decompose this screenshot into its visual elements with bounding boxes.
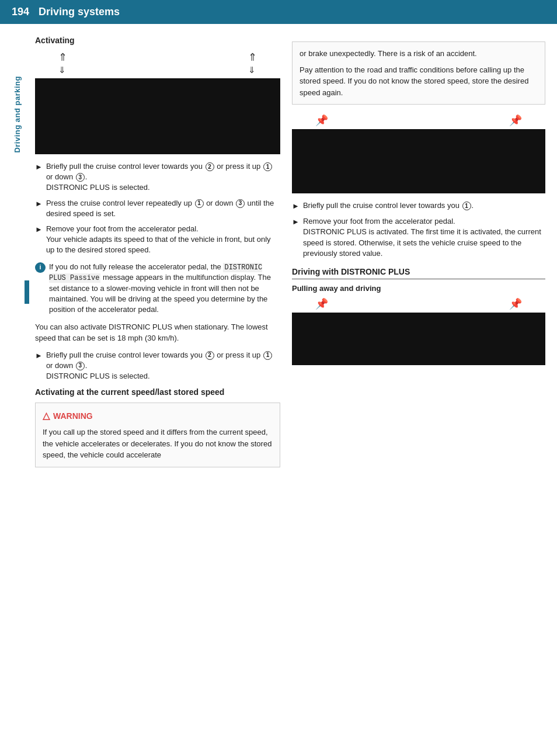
- arrow-icon-right-2: 📌: [509, 114, 522, 127]
- warning-text-left: If you call up the stored speed and it d…: [43, 426, 273, 461]
- page-number: 194: [12, 6, 29, 18]
- arrow-up-right-icon: ⇑⇓: [248, 51, 257, 76]
- bullet-arrow-3: ►: [35, 224, 43, 235]
- activating-bullets: ► Briefly pull the cruise control lever …: [35, 161, 280, 256]
- arrow-up-left-icon: ⇑⇓: [58, 51, 67, 76]
- num-circle-2: 2: [206, 162, 214, 171]
- warning-continued-1: or brake unexpectedly. There is a risk o…: [300, 48, 538, 60]
- bullet-text-3: Remove your foot from the accelerator pe…: [46, 224, 280, 256]
- warning-box-left: △ WARNING If you call up the stored spee…: [35, 403, 280, 467]
- pulling-away-heading: Pulling away and driving: [292, 284, 545, 293]
- bullet-item-3: ► Remove your foot from the accelerator …: [35, 224, 280, 256]
- warning-box-right: or brake unexpectedly. There is a risk o…: [292, 41, 545, 105]
- bullet-arrow-r1: ►: [292, 201, 300, 211]
- body-para-stationary: You can also activate DISTRONIC PLUS whe…: [35, 321, 280, 344]
- activating-bullets-2: ► Briefly pull the cruise control lever …: [35, 350, 280, 382]
- left-column: Activating ⇑⇓ ⇑⇓ ► Briefly pull the crui…: [35, 36, 280, 473]
- arrow-icon-pulling-2: 📌: [509, 297, 522, 310]
- activating-speed-image: [292, 129, 545, 193]
- num-circle-3c: 3: [76, 362, 85, 370]
- bullet-item-2: ► Press the cruise control lever repeate…: [35, 198, 280, 219]
- info-box: i If you do not fully release the accele…: [35, 262, 280, 315]
- bullet-text-1: Briefly pull the cruise control lever to…: [46, 161, 280, 193]
- warning-continued-2: Pay attention to the road and traffic co…: [300, 64, 538, 99]
- right-bullet-text-2: Remove your foot from the accelerator pe…: [303, 216, 545, 259]
- header-title: Driving systems: [39, 6, 120, 18]
- driving-distronic-heading: Driving with DISTRONIC PLUS: [292, 267, 545, 279]
- content-area: Activating ⇑⇓ ⇑⇓ ► Briefly pull the crui…: [0, 24, 557, 485]
- blue-highlight-bar: [25, 280, 29, 304]
- bullet-item-1: ► Briefly pull the cruise control lever …: [35, 161, 280, 193]
- num-circle-r1: 1: [462, 202, 471, 210]
- activating-image: [35, 78, 280, 154]
- bullet-text-2: Press the cruise control lever repeatedl…: [46, 198, 280, 219]
- right-bullet-1: ► Briefly pull the cruise control lever …: [292, 200, 545, 211]
- bullet-item-4: ► Briefly pull the cruise control lever …: [35, 350, 280, 382]
- num-circle-3b: 3: [236, 199, 245, 208]
- header-bar: 194 Driving systems: [0, 0, 557, 24]
- right-bullets: ► Briefly pull the cruise control lever …: [292, 200, 545, 259]
- warning-header: △ WARNING: [43, 409, 273, 423]
- warning-triangle-icon: △: [43, 409, 50, 423]
- bullet-arrow-4: ►: [35, 351, 43, 361]
- bullet-arrow-r2: ►: [292, 217, 300, 227]
- right-bullet-2: ► Remove your foot from the accelerator …: [292, 216, 545, 259]
- bullet-text-4: Briefly pull the cruise control lever to…: [46, 350, 280, 382]
- bullet-arrow-1: ►: [35, 162, 43, 172]
- info-icon: i: [35, 262, 46, 273]
- arrow-row-right: 📌 📌: [292, 114, 545, 127]
- arrow-icon-pulling-1: 📌: [315, 297, 328, 310]
- arrow-row-top: ⇑⇓ ⇑⇓: [35, 51, 280, 76]
- arrow-icon-right-1: 📌: [315, 114, 328, 127]
- num-circle-1b: 1: [195, 199, 204, 208]
- activating-heading: Activating: [35, 36, 280, 45]
- num-circle-2b: 2: [206, 351, 214, 360]
- num-circle-3a: 3: [76, 173, 85, 182]
- info-text: If you do not fully release the accelera…: [49, 262, 280, 315]
- num-circle-1c: 1: [263, 351, 272, 360]
- right-column: or brake unexpectedly. There is a risk o…: [292, 36, 545, 473]
- warning-label: WARNING: [53, 410, 93, 422]
- bullet-arrow-2: ►: [35, 199, 43, 209]
- page-wrapper: 194 Driving systems Driving and parking …: [0, 0, 557, 756]
- sidebar-label: Driving and parking: [13, 76, 22, 153]
- right-bullet-text-1: Briefly pull the cruise control lever to…: [303, 200, 474, 211]
- activating-speed-heading: Activating at the current speed/last sto…: [35, 387, 280, 397]
- arrow-row-pulling: 📌 📌: [292, 297, 545, 310]
- pulling-away-image: [292, 313, 545, 365]
- num-circle-1a: 1: [263, 162, 272, 171]
